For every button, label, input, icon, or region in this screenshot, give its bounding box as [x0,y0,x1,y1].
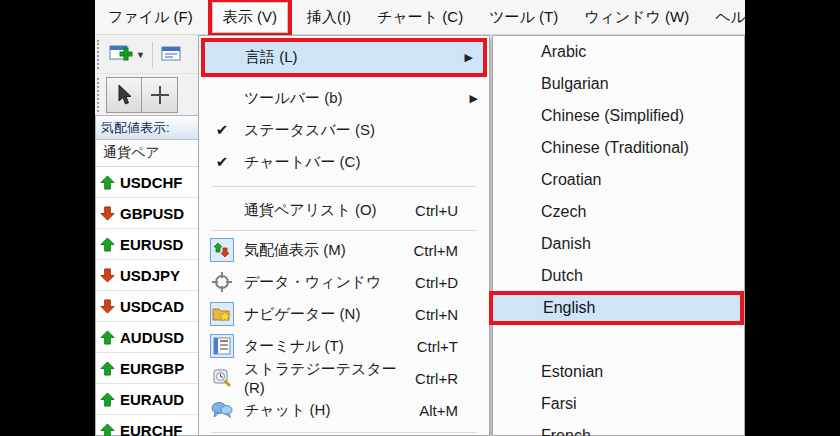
language-submenu: Arabic Bulgarian Chinese (Simplified) Ch… [492,35,745,436]
view-menu-dropdown: 言語 (L) ▶ ツールバー (b) ▶ ✔ ステータスバー (S) ✔ チャー… [198,35,490,436]
terminal-icon [210,334,234,358]
symbol-name: USDCHF [120,174,183,191]
crosshair-tool-icon [149,84,171,106]
language-item-estonian[interactable]: Estonian [494,356,743,388]
up-arrow-icon [100,423,115,436]
language-item-chinese-simplified[interactable]: Chinese (Simplified) [494,100,743,132]
language-item-chinese-traditional[interactable]: Chinese (Traditional) [494,132,743,164]
navigator-icon [210,302,234,326]
crosshair-tool-button[interactable] [142,77,178,113]
menu-help[interactable]: ヘルプ (H) [702,2,745,33]
language-item-arabic[interactable]: Arabic [494,36,743,68]
menu-item-label: 気配値表示 (M) [244,241,413,260]
symbol-name: EURGBP [120,360,184,377]
menu-item-data-window[interactable]: データ・ウィンドウ Ctrl+D [200,266,488,298]
menu-item-charts-bar[interactable]: ✔ チャートバー (C) [200,146,488,178]
up-arrow-icon [100,392,115,407]
new-chart-icon [109,44,133,66]
cursor-tool-button[interactable] [106,77,142,113]
menu-item-label: チャートバー (C) [244,153,488,172]
menu-separator [211,230,477,231]
menu-shortcut: Ctrl+M [413,242,488,259]
language-item-czech[interactable]: Czech [494,196,743,228]
up-arrow-icon [100,237,115,252]
down-arrow-icon [100,299,115,314]
menu-tools[interactable]: ツール (T) [476,2,571,33]
menu-shortcut: Ctrl+T [417,338,488,355]
menu-shortcut: Ctrl+N [415,306,488,323]
language-item-farsi[interactable]: Farsi [494,388,743,420]
check-icon: ✔ [216,121,229,139]
language-item-french[interactable]: French [494,420,743,436]
menu-shortcut: Ctrl+D [415,274,488,291]
menu-charts[interactable]: チャート (C) [364,2,476,33]
menu-insert[interactable]: 挿入(I) [294,2,364,33]
new-chart-caret[interactable]: ▼ [136,50,148,60]
menu-item-label: チャット (H) [244,401,419,420]
market-watch-icon [210,238,234,262]
up-arrow-icon [100,175,115,190]
menu-window[interactable]: ウィンドウ (W) [571,2,702,33]
menu-item-label: 通貨ペアリスト (O) [244,201,415,220]
cursor-tool-icon [114,84,134,106]
down-arrow-icon [100,268,115,283]
submenu-arrow-icon: ▶ [470,92,478,105]
symbol-name: EURAUD [120,391,184,408]
language-item-english[interactable]: English [489,291,744,325]
symbol-name: AUDUSD [120,329,184,346]
menu-item-label: データ・ウィンドウ [244,273,415,292]
strategy-tester-icon [210,366,234,390]
new-chart-button[interactable] [106,40,136,70]
menu-item-label: ツールバー (b) [244,89,488,108]
menu-item-market-watch[interactable]: 気配値表示 (M) Ctrl+M [200,234,488,266]
menu-item-label: ステータスバー (S) [244,121,488,140]
menu-shortcut: Ctrl+R [415,370,488,387]
menu-item-terminal[interactable]: ターミナル (T) Ctrl+T [200,330,488,362]
symbol-name: EURUSD [120,236,183,253]
check-icon: ✔ [216,153,229,171]
symbol-name: GBPUSD [120,205,184,222]
menu-file[interactable]: ファイル (F) [95,2,206,33]
symbol-name: USDCAD [120,298,184,315]
menu-separator [211,186,477,187]
toolbar-grip[interactable] [97,40,102,70]
chat-icon [210,398,234,422]
toolbar-separator [152,42,153,68]
menu-item-label: ターミナル (T) [244,337,417,356]
menu-item-strategy-tester[interactable]: ストラテジーテスター (R) Ctrl+R [200,362,488,394]
menu-item-label: 言語 (L) [245,48,298,67]
profiles-icon [160,44,184,66]
language-item-bulgarian[interactable]: Bulgarian [494,68,743,100]
down-arrow-icon [100,206,115,221]
menu-item-language[interactable]: 言語 (L) ▶ [201,38,487,77]
menu-shortcut: Ctrl+U [415,202,488,219]
up-arrow-icon [100,330,115,345]
profiles-button[interactable] [157,40,187,70]
menu-item-status-bar[interactable]: ✔ ステータスバー (S) [200,114,488,146]
menu-item-navigator[interactable]: ナビゲーター (N) Ctrl+N [200,298,488,330]
language-item-danish[interactable]: Danish [494,228,743,260]
menu-item-label: ストラテジーテスター (R) [244,360,415,396]
language-item-dutch[interactable]: Dutch [494,260,743,292]
menu-item-symbols[interactable]: 通貨ペアリスト (O) Ctrl+U [200,194,488,226]
menu-item-label: ナビゲーター (N) [244,305,415,324]
data-window-icon [210,270,234,294]
language-item-croatian[interactable]: Croatian [494,164,743,196]
menu-item-chat[interactable]: チャット (H) Alt+M [200,394,488,426]
menubar: ファイル (F) 表示 (V) 挿入(I) チャート (C) ツール (T) ウ… [95,0,745,35]
up-arrow-icon [100,361,115,376]
mt4-window: ファイル (F) 表示 (V) 挿入(I) チャート (C) ツール (T) ウ… [95,0,745,436]
symbol-name: EURCHF [120,422,183,436]
menu-item-toolbars[interactable]: ツールバー (b) ▶ [200,82,488,114]
menu-view[interactable]: 表示 (V) [212,2,288,33]
menu-shortcut: Alt+M [419,402,488,419]
symbol-name: USDJPY [120,267,180,284]
submenu-arrow-icon: ▶ [465,51,473,64]
menu-separator [211,432,477,433]
toolbar-grip[interactable] [97,78,102,112]
